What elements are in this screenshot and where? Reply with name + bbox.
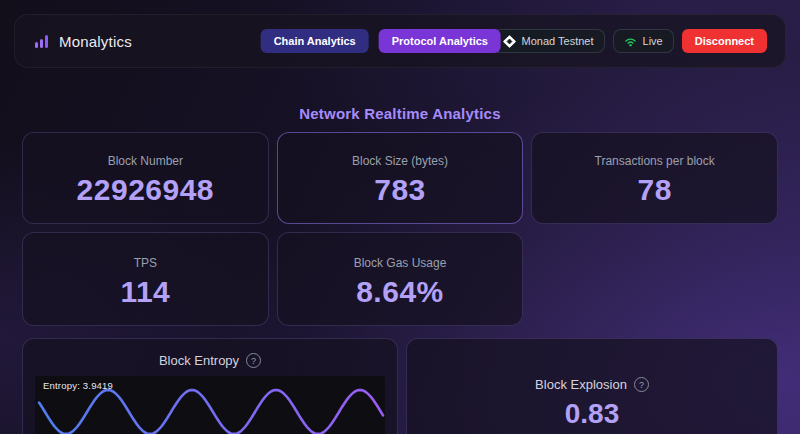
stat-label: Block Number: [108, 154, 183, 168]
stat-label: TPS: [134, 256, 157, 270]
chain-analytics-button[interactable]: Chain Analytics: [261, 29, 369, 53]
stat-value: 8.64%: [356, 275, 444, 309]
page-title: Network Realtime Analytics: [0, 105, 800, 122]
live-badge: Live: [613, 29, 674, 53]
explosion-value: 0.83: [565, 398, 620, 430]
stat-value: 783: [374, 173, 426, 207]
block-size-card: Block Size (bytes) 783: [277, 132, 524, 224]
stat-value: 22926948: [77, 173, 214, 207]
navbar: Monalytics Chain Analytics Protocol Anal…: [14, 14, 786, 68]
help-icon[interactable]: ?: [246, 353, 261, 368]
block-gas-usage-card: Block Gas Usage 8.64%: [277, 232, 524, 326]
stat-value: 114: [120, 275, 170, 309]
stats-row-2: TPS 114 Block Gas Usage 8.64%: [22, 232, 778, 326]
entropy-card-title: Block Entropy: [159, 353, 239, 368]
nav-tabs: Chain Analytics Protocol Analytics: [261, 29, 501, 53]
help-icon[interactable]: ?: [634, 377, 649, 392]
monad-diamond-icon: [503, 35, 516, 48]
tps-card: TPS 114: [22, 232, 269, 326]
live-badge-label: Live: [643, 35, 663, 47]
brand: Monalytics: [33, 32, 132, 50]
protocol-analytics-button[interactable]: Protocol Analytics: [379, 29, 501, 53]
entropy-card-header: Block Entropy ?: [35, 353, 385, 368]
block-explosion-card: Block Explosion ? 0.83: [406, 338, 778, 434]
block-entropy-card: Block Entropy ? Entropy: 3.9419: [22, 338, 398, 434]
explosion-card-header: Block Explosion ?: [535, 377, 649, 392]
block-number-card: Block Number 22926948: [22, 132, 269, 224]
transactions-per-block-card: Transactions per block 78: [531, 132, 778, 224]
live-signal-icon: [624, 36, 637, 47]
network-badge-label: Monad Testnet: [522, 35, 594, 47]
entropy-annotation: Entropy: 3.9419: [43, 380, 113, 391]
disconnect-button[interactable]: Disconnect: [682, 29, 767, 53]
stat-label: Block Gas Usage: [354, 256, 447, 270]
brand-name: Monalytics: [59, 33, 132, 50]
nav-status-group: Monad Testnet Live Disconnect: [492, 29, 767, 53]
stat-label: Block Size (bytes): [352, 154, 448, 168]
stats-row-3: Block Entropy ? Entropy: 3.9419: [22, 338, 778, 434]
explosion-card-title: Block Explosion: [535, 377, 627, 392]
entropy-chart: Entropy: 3.9419: [35, 376, 385, 434]
bar-chart-logo-icon: [33, 32, 51, 50]
stats-grid: Block Number 22926948 Block Size (bytes)…: [0, 132, 800, 434]
stat-label: Transactions per block: [595, 154, 715, 168]
stat-value: 78: [637, 173, 671, 207]
stats-row-1: Block Number 22926948 Block Size (bytes)…: [22, 132, 778, 224]
network-badge[interactable]: Monad Testnet: [492, 29, 605, 53]
